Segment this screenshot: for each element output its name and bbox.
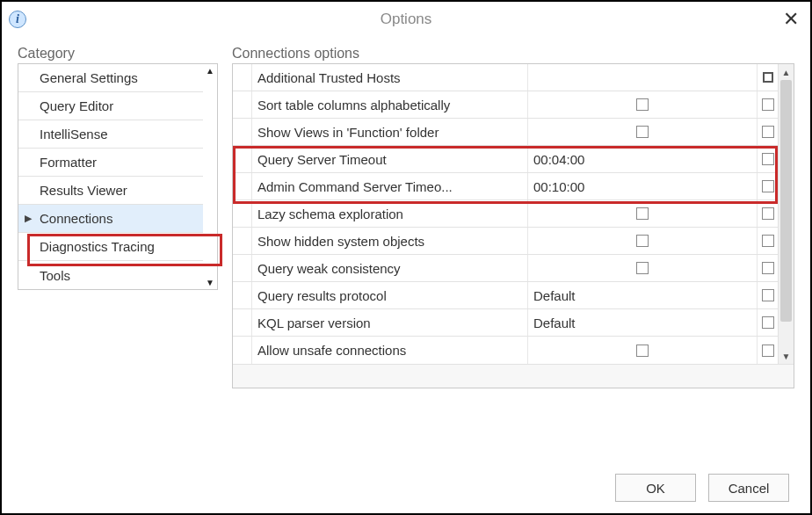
reset-checkbox[interactable]	[762, 262, 774, 274]
reset-cell[interactable]	[757, 64, 778, 91]
option-value[interactable]	[528, 91, 757, 118]
reset-checkbox[interactable]	[762, 98, 774, 111]
window-title: Options	[2, 11, 810, 28]
option-value[interactable]	[528, 64, 757, 91]
reset-checkbox[interactable]	[763, 72, 773, 83]
option-label: Sort table columns alphabetically	[252, 91, 528, 118]
option-label: Query results protocol	[252, 282, 528, 308]
scroll-thumb[interactable]	[780, 80, 792, 322]
checkbox[interactable]	[636, 235, 649, 247]
category-item-label: General Settings	[38, 70, 203, 85]
option-value[interactable]: Default	[528, 282, 757, 308]
cancel-button[interactable]: Cancel	[708, 474, 789, 502]
category-label: Category	[18, 46, 218, 62]
reset-cell[interactable]	[757, 91, 778, 118]
category-list-wrap: General SettingsQuery EditorIntelliSense…	[18, 63, 218, 290]
option-value[interactable]	[528, 228, 757, 254]
options-grid-wrap: Additional Trusted HostsSort table colum…	[232, 63, 794, 388]
options-description	[233, 364, 794, 388]
options-panel: Connections options Additional Trusted H…	[232, 46, 794, 462]
category-item[interactable]: Tools	[18, 261, 203, 289]
option-row[interactable]: Lazy schema exploration	[233, 200, 778, 228]
option-value[interactable]: 00:04:00	[528, 146, 757, 172]
category-item-label: Tools	[38, 268, 203, 283]
ok-button[interactable]: OK	[615, 474, 696, 502]
expander-cell	[233, 255, 252, 281]
category-item[interactable]: IntelliSense	[18, 120, 203, 149]
category-list: General SettingsQuery EditorIntelliSense…	[18, 64, 203, 289]
option-row[interactable]: Query weak consistency	[233, 255, 778, 282]
option-label: KQL parser version	[252, 309, 528, 336]
checkbox[interactable]	[636, 207, 649, 220]
category-item[interactable]: General Settings	[18, 64, 203, 92]
checkbox[interactable]	[636, 126, 649, 138]
option-label: Admin Command Server Timeo...	[252, 173, 528, 199]
option-row[interactable]: Additional Trusted Hosts	[233, 64, 778, 91]
checkbox[interactable]	[636, 345, 649, 357]
reset-cell[interactable]	[757, 309, 778, 336]
dialog-footer: OK Cancel	[2, 462, 810, 513]
option-label: Show Views in 'Function' folder	[252, 119, 528, 145]
reset-cell[interactable]	[757, 200, 778, 227]
option-value[interactable]: Default	[528, 309, 757, 336]
category-item[interactable]: Query Editor	[18, 92, 203, 120]
scroll-track[interactable]	[779, 80, 794, 348]
option-value[interactable]	[528, 200, 757, 227]
option-label: Lazy schema exploration	[252, 200, 528, 227]
reset-cell[interactable]	[757, 146, 778, 172]
scroll-up-icon[interactable]: ▲	[206, 66, 214, 76]
category-item[interactable]: Results Viewer	[18, 177, 203, 205]
option-label: Show hidden system objects	[252, 228, 528, 254]
category-item[interactable]: Diagnostics Tracing	[18, 233, 203, 261]
options-scroll-row: Additional Trusted HostsSort table colum…	[233, 64, 794, 364]
reset-cell[interactable]	[757, 173, 778, 199]
category-item-label: Connections	[38, 211, 203, 226]
reset-checkbox[interactable]	[762, 153, 774, 165]
reset-cell[interactable]	[757, 119, 778, 145]
reset-checkbox[interactable]	[762, 207, 774, 220]
option-row[interactable]: Allow unsafe connections	[233, 337, 778, 364]
reset-checkbox[interactable]	[762, 345, 774, 357]
options-scrollbar[interactable]: ▲ ▼	[778, 64, 794, 364]
option-row[interactable]: Query results protocolDefault	[233, 282, 778, 309]
expander-cell	[233, 91, 252, 118]
expander-cell	[233, 200, 252, 227]
reset-checkbox[interactable]	[762, 180, 774, 192]
reset-cell[interactable]	[757, 255, 778, 281]
scroll-down-icon[interactable]: ▼	[206, 278, 214, 287]
expander-cell	[233, 146, 252, 172]
category-item-label: IntelliSense	[38, 127, 203, 141]
reset-checkbox[interactable]	[762, 235, 774, 247]
scroll-up-icon[interactable]: ▲	[779, 64, 794, 80]
option-value[interactable]	[528, 119, 757, 145]
option-row[interactable]: Query Server Timeout00:04:00	[233, 146, 778, 173]
expander-cell	[233, 64, 252, 91]
category-scrollbar[interactable]: ▲ ▼	[203, 64, 217, 289]
checkbox[interactable]	[636, 98, 649, 111]
option-value[interactable]	[528, 337, 757, 364]
category-item-label: Diagnostics Tracing	[38, 239, 203, 254]
expander-cell	[233, 228, 252, 254]
caret-right-icon: ▶	[18, 213, 38, 224]
expander-cell	[233, 173, 252, 199]
option-row[interactable]: Admin Command Server Timeo...00:10:00	[233, 173, 778, 200]
option-row[interactable]: KQL parser versionDefault	[233, 309, 778, 337]
option-label: Query Server Timeout	[252, 146, 528, 172]
category-item[interactable]: Formatter	[18, 149, 203, 177]
option-row[interactable]: Sort table columns alphabetically	[233, 91, 778, 119]
category-item[interactable]: ▶Connections	[18, 205, 203, 233]
reset-checkbox[interactable]	[762, 316, 774, 329]
category-item-label: Query Editor	[38, 98, 203, 113]
reset-cell[interactable]	[757, 282, 778, 308]
scroll-down-icon[interactable]: ▼	[779, 348, 794, 364]
option-row[interactable]: Show hidden system objects	[233, 228, 778, 255]
checkbox[interactable]	[636, 262, 649, 274]
reset-cell[interactable]	[757, 228, 778, 254]
option-value[interactable]: 00:10:00	[528, 173, 757, 199]
option-value[interactable]	[528, 255, 757, 281]
reset-checkbox[interactable]	[762, 126, 774, 138]
reset-cell[interactable]	[757, 337, 778, 364]
expander-cell	[233, 309, 252, 336]
reset-checkbox[interactable]	[762, 289, 774, 301]
option-row[interactable]: Show Views in 'Function' folder	[233, 119, 778, 146]
